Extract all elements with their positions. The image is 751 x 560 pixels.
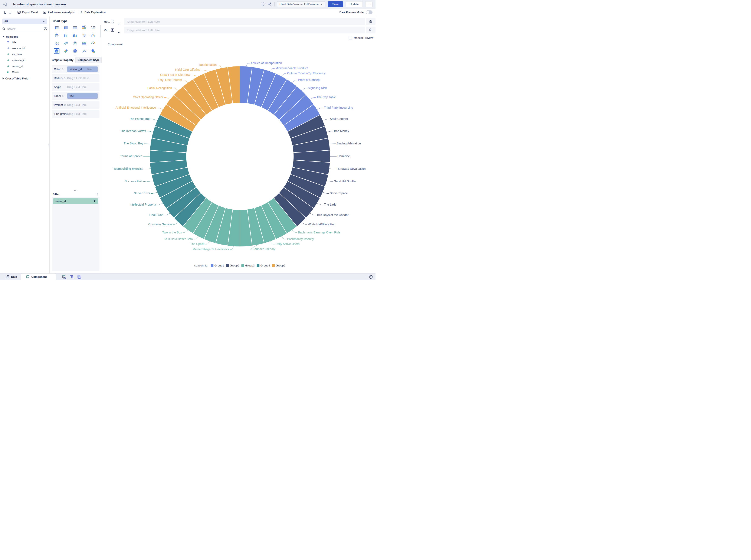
chart-type-donut-ring-icon[interactable] [72,48,78,54]
donut-chart[interactable]: Articles of IncorporationMinimum Viable … [102,16,376,261]
property-row-radius[interactable]: Radius ⚙Drag a Field Here [52,74,99,82]
chart-type-dual-line-icon[interactable] [54,40,59,46]
chart-type-rose-pie-icon[interactable] [63,48,68,54]
slice-label: To Build a Better Beta [164,237,193,241]
tab-data[interactable]: Data [0,274,21,280]
gear-icon[interactable]: ⚙ [62,95,64,98]
data-explanation-button[interactable]: Data Explanation [80,11,106,14]
performance-analysis-button[interactable]: Performance Analysis [43,11,75,14]
property-row-color[interactable]: Color ⚙season_idInte... [52,65,99,73]
slice-label: Sand Hill Shuffle [334,180,356,183]
legend-item-Group2[interactable]: Group2 [226,264,239,267]
tab-graphic-property[interactable]: Graphic Property [49,57,75,63]
chart-type-area-icon[interactable] [81,40,87,46]
chart-type-bubble-icon[interactable] [90,48,96,54]
tab-component-label: Component [31,275,47,278]
data-volume-select[interactable]: Used Data Volume: Full Volume [277,1,325,7]
drop-placeholder: Drag Field Here [67,112,87,116]
slice-label: The Patent Troll [129,117,150,121]
field-item-series_id[interactable]: #series_id [3,63,49,69]
field-item-episode_id[interactable]: #episode_id [3,57,49,63]
tab-component[interactable]: Component [21,274,56,280]
field-item-season_id[interactable]: #season_id [3,45,49,51]
label-leader-line [191,75,199,76]
label-leader-line [327,131,333,132]
property-row-label[interactable]: Label ⚙title [52,92,99,100]
legend-item-Group4[interactable]: Group4 [257,264,270,267]
slice-label: Meinertzhagen's Haversack [192,247,229,251]
chart-type-column-icon[interactable] [72,33,78,38]
bar-speech-icon [80,11,83,14]
dark-preview-toggle[interactable] [366,11,372,14]
add-layout-icon[interactable] [69,275,74,279]
scope-value: All [4,20,8,23]
chart-type-table-detail-icon[interactable] [54,25,59,30]
legend-label: Group1 [215,264,224,267]
field-label: series_id [12,64,23,68]
label-leader-line [301,222,307,224]
add-list-icon[interactable] [77,275,81,279]
field-item-Count[interactable]: #*Count [3,69,49,75]
field-chip-season_id[interactable]: season_idInte... [67,66,98,72]
refresh-icon[interactable] [261,2,265,6]
chart-type-quadrant-icon[interactable] [81,25,87,30]
add-chart-icon[interactable] [62,275,66,279]
filter-chip[interactable]: series_id [53,198,98,204]
hash-field-icon: # [6,53,10,56]
redo-button[interactable] [8,11,12,14]
gear-icon[interactable]: ⚙ [64,103,66,106]
chart-type-line-icon[interactable] [63,40,68,46]
chart-type-bidirectional-bar-icon[interactable] [54,33,59,38]
legend-item-Group3[interactable]: Group3 [241,264,255,267]
property-row-angle[interactable]: AngleDrag Field Here [52,83,99,91]
slice-label: Bad Money [334,129,349,133]
property-row-prompt[interactable]: Prompt ⚙Drag Field Here [52,101,99,109]
kebab-menu-icon[interactable]: ⋮ [96,193,99,196]
slice-label: Articles of Incorporation [250,61,282,65]
chart-type-gauge-icon[interactable] [90,40,96,46]
chart-type-indicator-card-icon[interactable]: 123 [90,25,96,30]
chart-type-table-normal-icon[interactable] [72,25,78,30]
chart-type-horizontal-bar-icon[interactable] [81,33,87,38]
dataset-node[interactable]: episodes [3,34,49,39]
scrollbar[interactable] [100,25,101,38]
flow-icon[interactable] [268,2,272,6]
cross-table-node[interactable]: Cross-Table Field [3,76,49,81]
collapse-panel-icon[interactable] [369,275,373,279]
search-input[interactable] [7,27,42,30]
chart-type-radar-icon[interactable] [72,40,78,46]
chart-type-table-info-icon[interactable] [63,25,68,30]
slice-label: Chief Operating Officer [133,96,163,99]
update-button[interactable]: Update [346,1,363,7]
label-leader-line [292,80,297,83]
label-leader-line [310,213,316,215]
chevron-down-icon [42,20,45,23]
chart-type-scatter-icon[interactable] [81,48,87,54]
exit-button[interactable] [0,0,10,8]
field-item-air_date[interactable]: #air_date [3,51,49,57]
gear-icon[interactable]: ⚙ [63,77,66,80]
scope-select[interactable]: All [2,19,47,24]
property-row-fine-grained[interactable]: Fine-grainedDrag Field Here [52,110,99,118]
tab-component-style[interactable]: Component Style [75,57,102,63]
label-leader-line [310,98,316,99]
legend-item-Group1[interactable]: Group1 [211,264,224,267]
chart-type-pie-icon[interactable] [54,48,59,54]
chart-type-range-bar-icon[interactable] [90,33,96,38]
field-item-title[interactable]: Ttitle [3,39,49,45]
slice-label: The Keenan Vortex [120,129,146,133]
slice-label: Customer Service [148,223,172,226]
gear-icon[interactable]: ⚙ [61,68,64,71]
label-leader-line [164,213,170,215]
section-drag-handle[interactable] [49,55,102,57]
section-drag-handle[interactable] [49,189,102,191]
export-excel-button[interactable]: X Export Excel [17,11,38,14]
chart-type-grouped-bar-icon[interactable] [63,33,68,38]
save-button[interactable]: Save [328,1,343,7]
bottom-tab-bar: Data Component [0,273,376,280]
more-options-button[interactable]: ... [365,1,372,7]
legend-item-Group5[interactable]: Group5 [272,264,285,267]
circle-more-icon[interactable] [44,27,47,31]
undo-button[interactable] [3,11,7,14]
field-chip-title[interactable]: title [67,93,98,99]
